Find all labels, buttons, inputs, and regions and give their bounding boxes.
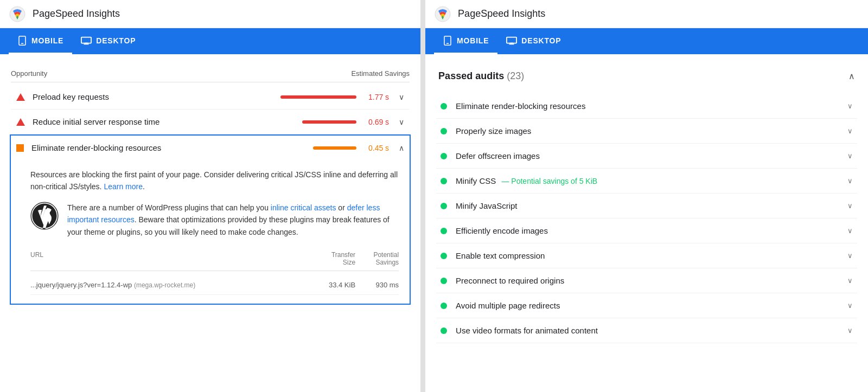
transfer-size-header: TransferSize [312,251,355,266]
right-app-header: PageSpeed Insights [425,0,868,28]
mobile-icon [17,36,27,46]
left-panel: PageSpeed Insights MOBILE DESKTOP Opport… [0,0,421,392]
passed-count: (23) [507,70,524,81]
warning-icon-server [16,118,25,126]
right-mobile-icon [443,36,452,46]
passed-audit-item-7[interactable]: Preconnect to required origins ∨ [436,268,857,293]
audit-preload-chevron[interactable]: ∨ [399,93,404,101]
wordpress-logo [30,202,59,230]
resources-table: URL TransferSize PotentialSavings ...jqu… [30,249,399,295]
passed-audit-item-8[interactable]: Avoid multiple page redirects ∨ [436,293,857,318]
wp-description: There are a number of WordPress plugins … [67,202,399,238]
audit-server-label: Reduce initial server response time [33,117,302,126]
passed-label-2: Defer offscreen images [456,151,843,160]
left-panel-content: Opportunity Estimated Savings Preload ke… [0,54,420,392]
audit-render-label: Eliminate render-blocking resources [31,143,313,152]
pagespeed-logo [9,5,26,23]
green-dot-9 [441,327,447,334]
passed-audits-toggle[interactable]: ∧ [848,71,855,81]
desktop-icon [81,36,92,45]
left-tab-bar: MOBILE DESKTOP [0,28,420,54]
estimated-savings-label: Estimated Savings [351,69,410,78]
right-panel-content: Passed audits (23) ∧ Eliminate render-bl… [425,54,868,392]
green-dot-0 [441,103,447,110]
right-desktop-icon [506,36,517,45]
minify-css-savings: — Potential savings of 5 KiB [501,177,597,185]
green-dot-7 [441,278,447,284]
wp-section: There are a number of WordPress plugins … [30,202,399,238]
url-col-header: URL [30,251,312,266]
audit-preload-bar [280,95,356,99]
right-tab-mobile-label: MOBILE [457,36,489,45]
audit-preload-bar-area: 1.77 s [280,93,389,101]
transfer-size-value: 33.4 KiB [312,281,355,289]
passed-chevron-5[interactable]: ∨ [847,227,853,235]
section-header: Opportunity Estimated Savings [11,63,410,82]
passed-chevron-7[interactable]: ∨ [847,277,853,285]
passed-label-1: Properly size images [456,126,843,136]
green-dot-2 [441,153,447,159]
passed-chevron-1[interactable]: ∨ [847,127,853,135]
right-tab-desktop-label: DESKTOP [521,36,561,45]
left-tab-desktop-label: DESKTOP [96,36,136,45]
passed-audits-header: Passed audits (23) ∧ [436,63,857,89]
passed-title: Passed audits (23) [438,70,524,82]
learn-more-link[interactable]: Learn more [104,182,143,191]
audit-render-bar-area: 0.45 s [313,144,389,152]
passed-label-8: Avoid multiple page redirects [456,301,843,310]
table-header: URL TransferSize PotentialSavings [30,249,399,271]
audit-preload-label: Preload key requests [33,92,280,101]
right-tab-mobile[interactable]: MOBILE [434,28,497,54]
url-source: (mega.wp-rocket.me) [134,281,195,289]
green-dot-8 [441,303,447,309]
passed-audit-item-0[interactable]: Eliminate render-blocking resources ∨ [436,94,857,119]
inline-critical-link[interactable]: inline critical assets [271,203,336,212]
passed-chevron-8[interactable]: ∨ [847,301,853,310]
right-app-title: PageSpeed Insights [458,8,545,20]
passed-chevron-3[interactable]: ∨ [847,177,853,185]
green-dot-5 [441,228,447,234]
audit-render-blocking[interactable]: Eliminate render-blocking resources 0.45… [10,134,411,160]
passed-label-4: Minify JavaScript [456,201,843,210]
audit-server-response[interactable]: Reduce initial server response time 0.69… [11,110,410,134]
audit-server-bar [302,120,356,124]
audit-server-savings: 0.69 s [362,118,389,126]
passed-chevron-4[interactable]: ∨ [847,202,853,210]
passed-label-9: Use video formats for animated content [456,326,843,335]
passed-audit-item-3[interactable]: Minify CSS — Potential savings of 5 KiB … [436,169,857,194]
passed-audit-item-4[interactable]: Minify JavaScript ∨ [436,194,857,219]
audit-preload-savings: 1.77 s [362,93,389,101]
passed-label-7: Preconnect to required origins [456,276,843,285]
expanded-render-blocking: Resources are blocking the first paint o… [10,160,411,305]
left-tab-mobile-label: MOBILE [31,36,63,45]
passed-audit-item-1[interactable]: Properly size images ∨ [436,119,857,144]
audit-render-chevron[interactable]: ∧ [399,144,404,152]
audit-render-savings: 0.45 s [362,144,389,152]
passed-label-6: Enable text compression [456,251,843,260]
passed-label-0: Eliminate render-blocking resources [456,101,843,111]
passed-audit-item-9[interactable]: Use video formats for animated content ∨ [436,318,857,343]
potential-savings-value: 930 ms [355,281,399,289]
left-app-header: PageSpeed Insights [0,0,420,28]
audit-server-chevron[interactable]: ∨ [399,118,404,126]
right-tab-bar: MOBILE DESKTOP [425,28,868,54]
green-dot-1 [441,128,447,134]
passed-chevron-0[interactable]: ∨ [847,102,853,110]
expanded-description: Resources are blocking the first paint o… [30,169,399,193]
table-row: ...jquery/jquery.js?ver=1.12.4-wp (mega.… [30,275,399,295]
left-tab-mobile[interactable]: MOBILE [9,28,72,54]
passed-audit-item-5[interactable]: Efficiently encode images ∨ [436,219,857,243]
opportunity-label: Opportunity [11,69,47,78]
passed-audit-item-6[interactable]: Enable text compression ∨ [436,243,857,268]
passed-chevron-6[interactable]: ∨ [847,252,853,260]
left-tab-desktop[interactable]: DESKTOP [72,28,144,54]
potential-savings-header: PotentialSavings [355,251,399,266]
panel-divider [421,0,425,392]
right-tab-desktop[interactable]: DESKTOP [497,28,570,54]
passed-chevron-2[interactable]: ∨ [847,152,853,160]
audit-preload[interactable]: Preload key requests 1.77 s ∨ [11,85,410,110]
passed-chevron-9[interactable]: ∨ [847,326,853,335]
warning-icon-preload [16,93,25,101]
url-text: ...jquery/jquery.js?ver=1.12.4-wp [30,281,132,289]
passed-audit-item-2[interactable]: Defer offscreen images ∨ [436,144,857,169]
